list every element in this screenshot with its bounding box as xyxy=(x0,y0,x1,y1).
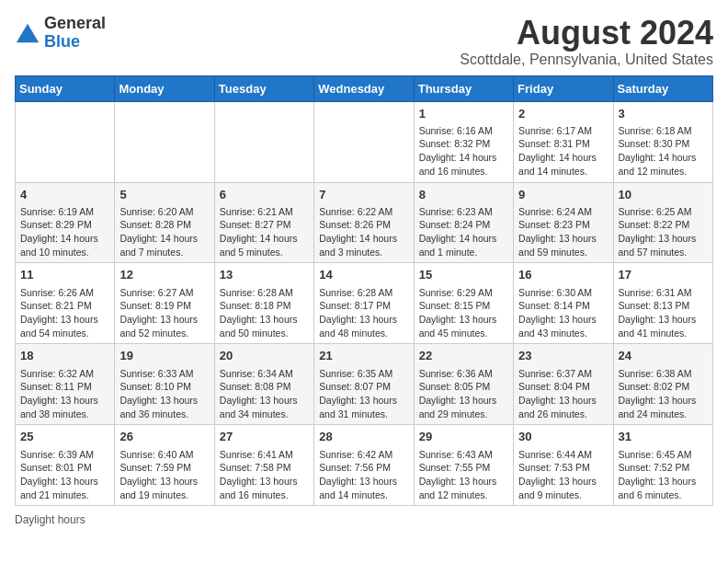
header-cell-wednesday: Wednesday xyxy=(314,75,414,101)
day-number: 3 xyxy=(619,106,708,122)
calendar-cell: 16Sunrise: 6:30 AMSunset: 8:14 PMDayligh… xyxy=(514,263,613,344)
day-number: 5 xyxy=(119,187,209,203)
logo-text: General Blue xyxy=(44,15,106,52)
day-number: 2 xyxy=(518,106,608,122)
day-number: 16 xyxy=(518,267,608,283)
day-info: Sunrise: 6:23 AMSunset: 8:24 PMDaylight:… xyxy=(419,205,508,259)
calendar-cell: 26Sunrise: 6:40 AMSunset: 7:59 PMDayligh… xyxy=(115,425,214,506)
calendar-table: SundayMondayTuesdayWednesdayThursdayFrid… xyxy=(15,75,713,507)
calendar-cell: 30Sunrise: 6:44 AMSunset: 7:53 PMDayligh… xyxy=(514,425,613,506)
calendar-cell: 8Sunrise: 6:23 AMSunset: 8:24 PMDaylight… xyxy=(414,182,513,263)
day-info: Sunrise: 6:30 AMSunset: 8:14 PMDaylight:… xyxy=(518,286,608,340)
day-number: 27 xyxy=(220,429,309,445)
logo: General Blue xyxy=(15,15,106,52)
day-info: Sunrise: 6:24 AMSunset: 8:23 PMDaylight:… xyxy=(518,205,608,259)
day-number: 17 xyxy=(619,267,708,283)
day-number: 23 xyxy=(518,348,608,364)
calendar-week-row: 25Sunrise: 6:39 AMSunset: 8:01 PMDayligh… xyxy=(16,425,713,506)
calendar-cell: 12Sunrise: 6:27 AMSunset: 8:19 PMDayligh… xyxy=(115,263,214,344)
footer-daylight-label: Daylight hours xyxy=(15,513,85,526)
day-info: Sunrise: 6:39 AMSunset: 8:01 PMDaylight:… xyxy=(20,448,109,502)
calendar-cell: 20Sunrise: 6:34 AMSunset: 8:08 PMDayligh… xyxy=(214,344,313,425)
calendar-cell: 18Sunrise: 6:32 AMSunset: 8:11 PMDayligh… xyxy=(16,344,115,425)
day-info: Sunrise: 6:40 AMSunset: 7:59 PMDaylight:… xyxy=(119,448,209,502)
calendar-cell xyxy=(314,101,414,182)
day-number: 21 xyxy=(319,348,408,364)
day-number: 10 xyxy=(619,187,708,203)
logo-icon xyxy=(15,20,40,46)
day-number: 30 xyxy=(518,429,608,445)
day-info: Sunrise: 6:32 AMSunset: 8:11 PMDaylight:… xyxy=(20,367,109,421)
day-number: 11 xyxy=(20,267,109,283)
calendar-cell xyxy=(214,101,313,182)
day-number: 14 xyxy=(319,267,408,283)
calendar-cell: 21Sunrise: 6:35 AMSunset: 8:07 PMDayligh… xyxy=(314,344,414,425)
calendar-cell: 1Sunrise: 6:16 AMSunset: 8:32 PMDaylight… xyxy=(414,101,513,182)
calendar-cell: 29Sunrise: 6:43 AMSunset: 7:55 PMDayligh… xyxy=(414,425,513,506)
calendar-body: 1Sunrise: 6:16 AMSunset: 8:32 PMDaylight… xyxy=(16,101,713,506)
day-info: Sunrise: 6:37 AMSunset: 8:04 PMDaylight:… xyxy=(518,367,608,421)
calendar-cell: 27Sunrise: 6:41 AMSunset: 7:58 PMDayligh… xyxy=(214,425,313,506)
day-number: 19 xyxy=(119,348,209,364)
calendar-cell: 24Sunrise: 6:38 AMSunset: 8:02 PMDayligh… xyxy=(613,344,712,425)
day-number: 7 xyxy=(319,187,408,203)
day-number: 6 xyxy=(220,187,309,203)
calendar-cell: 4Sunrise: 6:19 AMSunset: 8:29 PMDaylight… xyxy=(16,182,115,263)
day-number: 12 xyxy=(119,267,209,283)
calendar-cell: 2Sunrise: 6:17 AMSunset: 8:31 PMDaylight… xyxy=(514,101,613,182)
day-number: 15 xyxy=(419,267,508,283)
calendar-cell: 9Sunrise: 6:24 AMSunset: 8:23 PMDaylight… xyxy=(514,182,613,263)
day-info: Sunrise: 6:22 AMSunset: 8:26 PMDaylight:… xyxy=(319,205,408,259)
header-cell-monday: Monday xyxy=(115,75,214,101)
day-info: Sunrise: 6:26 AMSunset: 8:21 PMDaylight:… xyxy=(20,286,109,340)
calendar-cell: 14Sunrise: 6:28 AMSunset: 8:17 PMDayligh… xyxy=(314,263,414,344)
header-cell-tuesday: Tuesday xyxy=(214,75,313,101)
day-number: 25 xyxy=(20,429,109,445)
calendar-cell: 11Sunrise: 6:26 AMSunset: 8:21 PMDayligh… xyxy=(16,263,115,344)
calendar-cell: 5Sunrise: 6:20 AMSunset: 8:28 PMDaylight… xyxy=(115,182,214,263)
header-cell-friday: Friday xyxy=(514,75,613,101)
day-info: Sunrise: 6:42 AMSunset: 7:56 PMDaylight:… xyxy=(319,448,408,502)
calendar-cell: 10Sunrise: 6:25 AMSunset: 8:22 PMDayligh… xyxy=(613,182,712,263)
day-info: Sunrise: 6:38 AMSunset: 8:02 PMDaylight:… xyxy=(619,367,708,421)
calendar-cell xyxy=(16,101,115,182)
calendar-cell: 15Sunrise: 6:29 AMSunset: 8:15 PMDayligh… xyxy=(414,263,513,344)
logo-general-text: General xyxy=(44,15,106,33)
calendar-cell: 17Sunrise: 6:31 AMSunset: 8:13 PMDayligh… xyxy=(613,263,712,344)
calendar-subtitle: Scottdale, Pennsylvania, United States xyxy=(460,52,713,68)
day-info: Sunrise: 6:21 AMSunset: 8:27 PMDaylight:… xyxy=(220,205,309,259)
day-info: Sunrise: 6:17 AMSunset: 8:31 PMDaylight:… xyxy=(518,124,608,178)
calendar-cell: 3Sunrise: 6:18 AMSunset: 8:30 PMDaylight… xyxy=(613,101,712,182)
calendar-cell: 7Sunrise: 6:22 AMSunset: 8:26 PMDaylight… xyxy=(314,182,414,263)
day-info: Sunrise: 6:25 AMSunset: 8:22 PMDaylight:… xyxy=(619,205,708,259)
day-number: 18 xyxy=(20,348,109,364)
calendar-cell: 28Sunrise: 6:42 AMSunset: 7:56 PMDayligh… xyxy=(314,425,414,506)
header-cell-sunday: Sunday xyxy=(16,75,115,101)
day-info: Sunrise: 6:18 AMSunset: 8:30 PMDaylight:… xyxy=(619,124,708,178)
day-info: Sunrise: 6:31 AMSunset: 8:13 PMDaylight:… xyxy=(619,286,708,340)
header: General Blue August 2024 Scottdale, Penn… xyxy=(15,15,713,68)
day-info: Sunrise: 6:20 AMSunset: 8:28 PMDaylight:… xyxy=(119,205,209,259)
day-info: Sunrise: 6:45 AMSunset: 7:52 PMDaylight:… xyxy=(619,448,708,502)
day-info: Sunrise: 6:35 AMSunset: 8:07 PMDaylight:… xyxy=(319,367,408,421)
calendar-title: August 2024 xyxy=(460,15,713,52)
day-number: 9 xyxy=(518,187,608,203)
header-cell-saturday: Saturday xyxy=(613,75,712,101)
day-number: 4 xyxy=(20,187,109,203)
day-info: Sunrise: 6:28 AMSunset: 8:17 PMDaylight:… xyxy=(319,286,408,340)
day-info: Sunrise: 6:28 AMSunset: 8:18 PMDaylight:… xyxy=(220,286,309,340)
day-info: Sunrise: 6:34 AMSunset: 8:08 PMDaylight:… xyxy=(220,367,309,421)
day-number: 24 xyxy=(619,348,708,364)
calendar-cell: 31Sunrise: 6:45 AMSunset: 7:52 PMDayligh… xyxy=(613,425,712,506)
day-number: 8 xyxy=(419,187,508,203)
calendar-cell: 22Sunrise: 6:36 AMSunset: 8:05 PMDayligh… xyxy=(414,344,513,425)
calendar-week-row: 18Sunrise: 6:32 AMSunset: 8:11 PMDayligh… xyxy=(16,344,713,425)
day-info: Sunrise: 6:44 AMSunset: 7:53 PMDaylight:… xyxy=(518,448,608,502)
day-number: 28 xyxy=(319,429,408,445)
day-info: Sunrise: 6:43 AMSunset: 7:55 PMDaylight:… xyxy=(419,448,508,502)
calendar-week-row: 1Sunrise: 6:16 AMSunset: 8:32 PMDaylight… xyxy=(16,101,713,182)
day-number: 31 xyxy=(619,429,708,445)
header-row: SundayMondayTuesdayWednesdayThursdayFrid… xyxy=(16,75,713,101)
day-info: Sunrise: 6:27 AMSunset: 8:19 PMDaylight:… xyxy=(119,286,209,340)
day-info: Sunrise: 6:36 AMSunset: 8:05 PMDaylight:… xyxy=(419,367,508,421)
